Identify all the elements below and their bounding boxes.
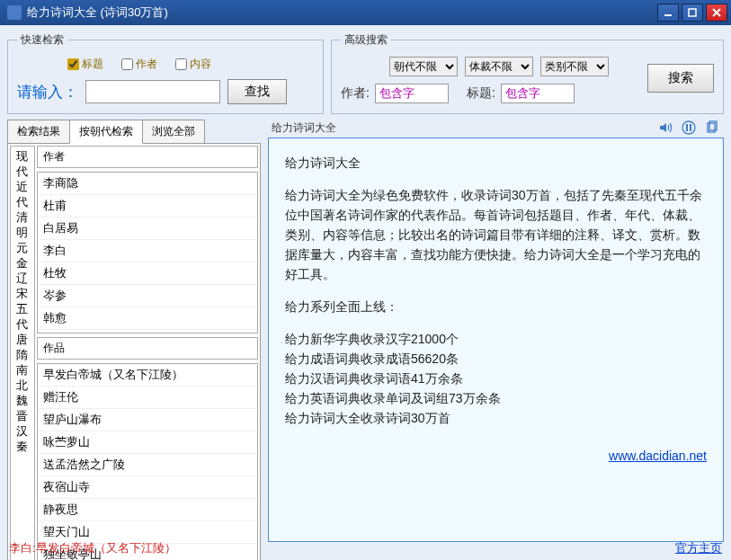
advanced-search-legend: 高级搜索 — [341, 32, 391, 48]
quick-search-legend: 快速检索 — [17, 32, 67, 48]
dynasty-item[interactable]: 唐 — [12, 332, 33, 347]
dynasty-item[interactable]: 南北 — [12, 362, 33, 393]
svg-rect-5 — [686, 124, 688, 131]
check-content[interactable]: 内容 — [175, 57, 211, 72]
form-select[interactable]: 体裁不限 — [465, 57, 533, 76]
list-item[interactable]: 早发白帝城（又名下江陵） — [38, 364, 257, 387]
dynasty-select[interactable]: 朝代不限 — [389, 57, 458, 76]
content-p1: 给力诗词大全为绿色免费软件，收录诗词30万首，包括了先秦至现代五千余位中国著名诗… — [285, 185, 707, 284]
dynasty-item[interactable]: 清 — [12, 209, 33, 225]
content-l5: 给力诗词大全收录诗词30万首 — [285, 408, 707, 428]
advanced-search-group: 高级搜索 朝代不限 体裁不限 类别不限 作者: 标题: 搜索 — [331, 32, 724, 114]
list-item[interactable]: 赠汪伦 — [38, 387, 257, 409]
tabs: 检索结果 按朝代检索 浏览全部 — [7, 120, 261, 144]
close-button[interactable] — [706, 4, 727, 22]
dynasty-item[interactable]: 魏晋 — [12, 393, 33, 423]
dynasty-item[interactable]: 金 — [12, 255, 33, 271]
check-author-box[interactable] — [121, 58, 133, 70]
list-item[interactable]: 岑参 — [38, 285, 257, 307]
find-button[interactable]: 查找 — [227, 79, 287, 104]
titlebar: 给力诗词大全 (诗词30万首) — [0, 0, 731, 25]
window-buttons — [657, 4, 727, 22]
reader-content: 给力诗词大全 给力诗词大全为绿色免费软件，收录诗词30万首，包括了先秦至现代五千… — [268, 138, 724, 542]
list-item[interactable]: 韩愈 — [38, 307, 257, 330]
authors-list[interactable]: 李商隐杜甫白居易李白杜牧岑参韩愈王昌龄綦毋中 — [37, 172, 258, 333]
tab-by-dynasty[interactable]: 按朝代检索 — [69, 120, 143, 144]
maximize-button[interactable] — [682, 4, 703, 22]
check-title-box[interactable] — [67, 58, 79, 70]
statusbar: 李白:早发白帝城（又名下江陵） 官方主页 — [9, 540, 722, 556]
check-author[interactable]: 作者 — [121, 57, 157, 72]
tab-browse-all[interactable]: 浏览全部 — [142, 120, 205, 144]
dynasty-list[interactable]: 秦汉魏晋南北隋唐五代宋辽金元明清近代现代 — [10, 146, 35, 560]
content-heading: 给力诗词大全 — [285, 153, 707, 173]
adv-author-label: 作者: — [341, 85, 370, 102]
quick-search-label: 请输入： — [17, 82, 78, 102]
tab-results[interactable]: 检索结果 — [7, 120, 70, 144]
list-item[interactable]: 杜甫 — [38, 195, 257, 218]
dynasty-item[interactable]: 现代 — [12, 148, 33, 179]
quick-search-input[interactable] — [85, 80, 220, 103]
quick-search-group: 快速检索 标题 作者 内容 请输入： 查找 — [7, 32, 324, 114]
list-item[interactable]: 静夜思 — [38, 499, 257, 521]
content-p2: 给力系列全面上线： — [285, 297, 707, 316]
content-l3: 给力汉语词典收录词语41万余条 — [285, 369, 707, 388]
svg-rect-1 — [689, 9, 696, 16]
check-title[interactable]: 标题 — [67, 57, 103, 72]
speaker-icon[interactable] — [657, 120, 673, 136]
dynasty-item[interactable]: 秦 — [12, 439, 33, 454]
category-select[interactable]: 类别不限 — [540, 57, 609, 76]
list-item[interactable]: 望庐山瀑布 — [38, 409, 257, 431]
list-item[interactable]: 夜宿山寺 — [38, 476, 257, 499]
status-left: 李白:早发白帝城（又名下江陵） — [9, 540, 176, 556]
adv-title-label: 标题: — [467, 85, 495, 102]
dynasty-item[interactable]: 汉 — [12, 423, 33, 439]
lists-container: 秦汉魏晋南北隋唐五代宋辽金元明清近代现代 作者 李商隐杜甫白居易李白杜牧岑参韩愈… — [7, 143, 261, 560]
dynasty-item[interactable]: 元 — [12, 240, 33, 255]
list-item[interactable]: 白居易 — [38, 218, 257, 240]
list-item[interactable]: 李白 — [38, 240, 257, 262]
pause-icon[interactable] — [681, 120, 697, 136]
list-item[interactable]: 咏苎萝山 — [38, 431, 257, 454]
check-content-box[interactable] — [175, 58, 187, 70]
authors-header: 作者 — [37, 146, 258, 168]
minimize-button[interactable] — [657, 4, 679, 22]
dynasty-item[interactable]: 隋 — [12, 347, 33, 362]
window-title: 给力诗词大全 (诗词30万首) — [27, 4, 657, 21]
app-icon — [7, 5, 22, 20]
svg-point-4 — [682, 121, 695, 134]
svg-rect-6 — [690, 124, 691, 131]
copy-icon[interactable] — [704, 120, 720, 136]
list-item[interactable]: 李商隐 — [38, 173, 257, 195]
content-l4: 给力英语词典收录单词及词组73万余条 — [285, 388, 707, 408]
dynasty-item[interactable]: 明 — [12, 225, 33, 240]
list-item[interactable]: 王昌龄 — [38, 330, 257, 333]
dynasty-item[interactable]: 五代 — [12, 301, 33, 332]
adv-title-input[interactable] — [501, 84, 575, 103]
dynasty-item[interactable]: 近代 — [12, 179, 33, 209]
works-header: 作品 — [37, 337, 258, 360]
content-l2: 给力成语词典收录成语56620条 — [285, 349, 707, 369]
list-item[interactable]: 送孟浩然之广陵 — [38, 454, 257, 476]
list-item[interactable]: 杜牧 — [38, 262, 257, 285]
adv-author-input[interactable] — [375, 84, 449, 103]
reader-title: 给力诗词大全 — [272, 120, 336, 136]
works-list[interactable]: 早发白帝城（又名下江陵）赠汪伦望庐山瀑布咏苎萝山送孟浩然之广陵夜宿山寺静夜思望天… — [37, 363, 258, 560]
status-right-link[interactable]: 官方主页 — [675, 540, 722, 556]
dynasty-item[interactable]: 宋 — [12, 286, 33, 301]
content-l1: 给力新华字典收录汉字21000个 — [285, 329, 707, 349]
content-link[interactable]: www.dacidian.net — [285, 446, 707, 466]
search-button[interactable]: 搜索 — [647, 64, 714, 93]
dynasty-item[interactable]: 辽 — [12, 271, 33, 286]
